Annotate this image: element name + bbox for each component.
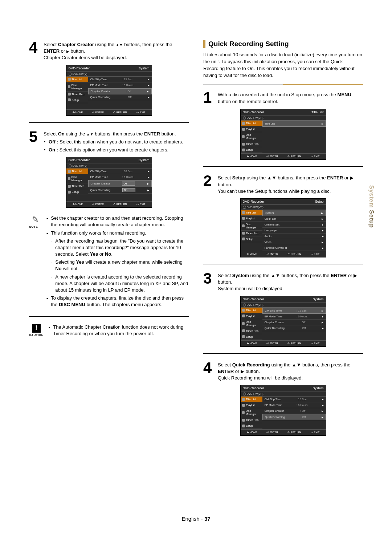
step-number: 2 — [203, 173, 214, 188]
step-number: 1 — [203, 90, 214, 105]
t: Select this option when you want to crea… — [58, 147, 168, 153]
footer-lang: English - — [181, 516, 204, 522]
t: To display the created chapters, finaliz… — [51, 295, 189, 308]
t: ENTER — [44, 48, 60, 54]
t: button. — [160, 131, 176, 137]
divider — [29, 316, 189, 317]
section-heading: Quick Recording Setting — [203, 40, 363, 48]
t: Chapter Creator — [58, 42, 94, 47]
step-number: 5 — [29, 129, 40, 145]
r-step-1: 1 With a disc inserted and the unit in S… — [203, 90, 363, 105]
osd-screenshot-1: DVD-RecorderSystem◯ DVD-RW(V)Title ListD… — [66, 65, 152, 116]
bullet-icon: • — [44, 139, 46, 145]
caution-text: ■The Automatic Chapter Creation function… — [49, 324, 189, 338]
t: On — [58, 131, 65, 137]
t: Select System using the ▲▼ buttons, then… — [218, 273, 357, 285]
right-column: Quick Recording Setting It takes about 1… — [203, 40, 363, 439]
t: using the — [94, 42, 116, 47]
t: On : — [49, 147, 58, 153]
r-step-4: 4 Select Quick Recording using the ▲▼ bu… — [203, 360, 363, 382]
left-column: 4 Select Chapter Creator using the ▲▼ bu… — [29, 40, 189, 439]
r-step-3: 3 Select System using the ▲▼ buttons, th… — [203, 271, 363, 292]
bullet-icon: • — [44, 147, 46, 153]
t: Select Setup using the ▲▼ buttons, then … — [218, 175, 354, 187]
t: buttons, then press the — [94, 131, 144, 137]
t: Select Quick Recording using the ▲▼ butt… — [218, 362, 350, 374]
note-box: ✎ NOTE ■Set the chapter creator to on an… — [29, 215, 189, 309]
step-text: Select Quick Recording using the ▲▼ butt… — [218, 360, 363, 382]
up-down-icon: ▲▼ — [116, 43, 123, 47]
note-sublist: -After the recording has begun, the "Do … — [52, 238, 189, 294]
caution-label: CAUTION — [29, 333, 44, 337]
osd-r4: DVD-RecorderSystem◯ DVD-RW(VR)Title List… — [240, 385, 326, 436]
t: Select — [44, 42, 58, 47]
heading-text: Quick Recording Setting — [208, 40, 289, 48]
step-subtext: You can't use the Setup functions while … — [218, 188, 363, 195]
step-number: 3 — [203, 271, 214, 286]
step-text: With a disc inserted and the unit in Sto… — [218, 90, 363, 105]
note-text: ■Set the chapter creator to on and then … — [46, 215, 189, 309]
divider — [203, 353, 363, 354]
t: System — [368, 185, 375, 208]
step-text: Select System using the ▲▼ buttons, then… — [218, 271, 363, 292]
r-step-2: 2 Select Setup using the ▲▼ buttons, the… — [203, 173, 363, 195]
t: or — [60, 48, 66, 54]
osd-screenshot-2: DVD-RecorderSystem◯ DVD-RW(V)Title ListD… — [66, 157, 152, 208]
divider — [203, 166, 363, 167]
step-number: 4 — [29, 40, 40, 55]
play-icon: ▶ — [66, 49, 69, 53]
note-label: NOTE — [29, 225, 41, 228]
t: using the — [65, 131, 86, 137]
step-text: Select Setup using the ▲▼ buttons, then … — [218, 173, 363, 195]
page-number: 37 — [204, 516, 211, 522]
step-subtext: System menu will be displayed. — [218, 285, 363, 292]
page-footer: English - 37 — [0, 516, 392, 522]
step-subtext: Quick Recording menu will be displayed. — [218, 375, 363, 381]
caution-icon: ! — [32, 324, 41, 333]
step-5: 5 Select On using the ▲▼ buttons, then p… — [29, 129, 189, 154]
note-last: ■To display the created chapters, finali… — [46, 295, 189, 308]
intro-paragraph: It takes about 10 seconds for a disc to … — [203, 52, 363, 79]
option-off: Off : Select this option when you do not… — [49, 139, 183, 145]
t: buttons, then press the — [123, 42, 172, 47]
osd-r1: DVD-RecorderTitle List◯ DVD-RW(VR)Title … — [240, 109, 326, 160]
note-icon-col: ✎ NOTE — [29, 215, 41, 228]
step-subtext: Chapter Creator items will be displayed. — [44, 54, 189, 61]
step-text: Select Chapter Creator using the ▲▼ butt… — [44, 40, 189, 61]
t: button. — [69, 48, 85, 54]
color-divider — [203, 84, 363, 85]
divider — [29, 122, 189, 123]
note-list: ■Set the chapter creator to on and then … — [46, 215, 189, 236]
step-text: Select On using the ▲▼ buttons, then pre… — [44, 129, 183, 154]
heading-bar-icon — [203, 40, 205, 48]
note-icon: ✎ — [29, 215, 41, 224]
step-4: 4 Select Chapter Creator using the ▲▼ bu… — [29, 40, 189, 61]
caution-icon-col: ! CAUTION — [29, 324, 44, 337]
t: Select this option when you do not want … — [58, 139, 183, 145]
step-number: 4 — [203, 360, 214, 375]
t: Off : — [49, 139, 58, 145]
caution-box: ! CAUTION ■The Automatic Chapter Creatio… — [29, 324, 189, 338]
t: ENTER — [144, 131, 160, 137]
divider — [203, 264, 363, 264]
osd-r3: DVD-RecorderSystem◯ DVD-RW(VR)Title List… — [240, 296, 326, 347]
option-on: On : Select this option when you want to… — [49, 147, 168, 153]
t: Select — [44, 131, 58, 137]
up-down-icon: ▲▼ — [86, 132, 94, 136]
t: Setup — [368, 208, 375, 228]
osd-r2: DVD-RecorderSetup◯ DVD-RW(VR)Title ListP… — [240, 198, 326, 257]
side-tab: System Setup — [368, 185, 375, 228]
t: The Automatic Chapter Creation function … — [53, 324, 189, 337]
